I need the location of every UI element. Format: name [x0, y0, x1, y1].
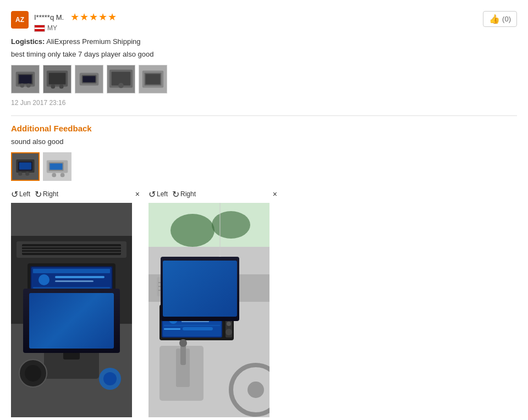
left-rotate-left-btn[interactable]: ↺ Left — [11, 189, 30, 200]
right-close-btn[interactable]: × — [270, 189, 280, 200]
svg-rect-22 — [146, 74, 161, 84]
svg-rect-89 — [182, 320, 209, 322]
svg-point-33 — [52, 173, 56, 178]
svg-point-73 — [218, 267, 222, 272]
reviewer-details: I*****q M. ★ ★ ★ ★ ★ MY — [34, 11, 117, 32]
additional-feedback-label: Additional Feedback — [11, 124, 517, 133]
car-interior-right — [148, 203, 270, 417]
right-image-display — [148, 203, 270, 417]
right-rotate-right-btn[interactable]: ↻ Right — [172, 189, 196, 200]
svg-rect-45 — [33, 269, 110, 273]
svg-rect-55 — [63, 307, 96, 316]
right-nav-left-label: Left — [157, 190, 168, 198]
svg-point-66 — [170, 214, 215, 247]
star-3: ★ — [89, 11, 98, 23]
thumbnail-row — [11, 65, 517, 93]
svg-point-96 — [226, 329, 232, 335]
rotate-left-icon: ↺ — [11, 189, 18, 200]
thumbnail-4[interactable] — [107, 65, 135, 93]
thumbnail-3[interactable] — [75, 65, 103, 93]
review-date: 12 Jun 2017 23:16 — [11, 99, 517, 107]
svg-point-56 — [100, 307, 109, 316]
svg-rect-32 — [50, 163, 63, 170]
svg-point-53 — [34, 307, 43, 316]
svg-point-100 — [179, 339, 187, 347]
svg-rect-49 — [33, 287, 110, 289]
svg-rect-3 — [19, 75, 31, 83]
star-2: ★ — [80, 11, 89, 23]
svg-rect-88 — [182, 317, 217, 318]
svg-rect-26 — [19, 163, 31, 170]
right-rotate-left-btn[interactable]: ↺ Left — [148, 189, 168, 200]
star-5: ★ — [108, 11, 117, 23]
svg-rect-92 — [183, 327, 213, 330]
right-image-nav: ↺ Left ↻ Right × — [148, 189, 280, 200]
left-image-nav: ↺ Left ↻ Right × — [11, 189, 143, 200]
svg-point-9 — [51, 85, 55, 89]
svg-point-67 — [212, 211, 250, 239]
svg-point-94 — [227, 313, 231, 318]
svg-rect-14 — [82, 76, 95, 82]
feedback-thumb-1[interactable] — [11, 152, 40, 181]
left-rotate-right-btn[interactable]: ↻ Right — [35, 189, 58, 200]
svg-point-10 — [59, 85, 64, 89]
svg-point-28 — [25, 172, 29, 175]
left-nav-right-label: Right — [43, 190, 58, 198]
svg-rect-51 — [58, 290, 96, 293]
images-viewer: ↺ Left ↻ Right × — [11, 189, 517, 417]
reviewer-name: I*****q M. — [34, 13, 64, 21]
svg-point-63 — [103, 372, 117, 385]
review-container: AZ I*****q M. ★ ★ ★ ★ ★ MY — [0, 0, 528, 420]
star-1: ★ — [70, 11, 79, 23]
thumbnail-1[interactable] — [11, 65, 40, 93]
left-nav-left-label: Left — [19, 190, 30, 198]
thumbnail-5[interactable] — [139, 65, 167, 93]
svg-rect-8 — [49, 73, 66, 84]
svg-rect-58 — [63, 327, 80, 360]
svg-rect-86 — [164, 310, 220, 313]
svg-point-27 — [18, 172, 22, 175]
svg-rect-50 — [33, 291, 55, 292]
svg-rect-76 — [195, 277, 234, 296]
thumbnail-2[interactable] — [43, 65, 72, 93]
feedback-thumb-2[interactable] — [43, 152, 72, 181]
review-text: best timing only take 7 days player also… — [11, 50, 517, 58]
svg-point-61 — [25, 365, 41, 382]
country-code: MY — [47, 24, 57, 32]
svg-point-71 — [217, 265, 221, 268]
rotate-right-icon-2: ↻ — [172, 189, 179, 200]
flag-icon — [34, 25, 45, 32]
left-image-display — [11, 203, 132, 417]
divider — [11, 115, 517, 116]
svg-rect-47 — [55, 276, 105, 278]
svg-point-34 — [61, 173, 65, 178]
feedback-thumbnails — [11, 152, 517, 181]
svg-rect-74 — [148, 274, 270, 302]
like-count: (0) — [502, 15, 511, 23]
svg-point-87 — [169, 315, 178, 324]
logistics-line: Logistics: AliExpress Premium Shipping — [11, 37, 517, 46]
additional-feedback-text: sound also good — [11, 137, 517, 146]
svg-point-46 — [38, 274, 50, 285]
reviewer-info: AZ I*****q M. ★ ★ ★ ★ ★ MY — [11, 11, 117, 32]
svg-rect-91 — [164, 328, 180, 330]
like-button[interactable]: 👍 (0) — [483, 11, 517, 27]
rotate-right-icon: ↻ — [35, 189, 42, 200]
right-image-panel: ↺ Left ↻ Right × — [148, 189, 280, 417]
logistics-label: Logistics: — [11, 37, 45, 46]
svg-point-102 — [248, 382, 264, 398]
review-header: AZ I*****q M. ★ ★ ★ ★ ★ MY — [11, 11, 517, 32]
left-close-btn[interactable]: × — [132, 189, 143, 200]
svg-rect-57 — [44, 324, 99, 379]
svg-point-4 — [20, 84, 24, 88]
left-image-panel: ↺ Left ↻ Right × — [11, 189, 143, 417]
svg-rect-75 — [157, 277, 190, 296]
rotate-left-icon-2: ↺ — [148, 189, 156, 200]
svg-point-69 — [218, 256, 222, 259]
star-4: ★ — [98, 11, 107, 23]
car-interior-left — [11, 203, 132, 417]
svg-rect-90 — [164, 325, 220, 326]
svg-point-59 — [67, 325, 76, 334]
country-flag: MY — [34, 24, 117, 32]
avatar: AZ — [11, 11, 29, 29]
